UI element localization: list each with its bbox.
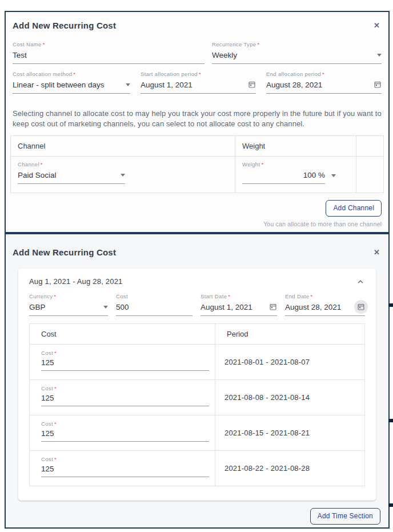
channel-select[interactable]: Paid Social [18,167,125,184]
calendar-icon[interactable] [374,81,382,89]
total-cost-input[interactable]: 500 [116,299,193,316]
recurrence-type-select[interactable]: Weekly [212,47,382,64]
time-section-title: Aug 1, 2021 - Aug 28, 2021 [29,277,123,286]
calendar-icon[interactable] [248,81,256,89]
weight-cell: Weight* 100 % [235,157,356,193]
cost-name-label: Cost Name* [13,41,204,47]
weight-label: Weight* [242,161,349,167]
period-column-header: Period [215,324,364,344]
allocation-method-label: Cost allocation method* [13,71,130,77]
channel-table: Channel Weight Channel* Paid Social Weig… [10,135,384,193]
table-row: Cost* 125 2021-08-08 - 2021-08-14 [30,379,364,415]
channel-cell: Channel* Paid Social [11,157,235,193]
allocate-hint-text: You can allocate to more than one channe… [13,221,382,227]
cost-cell: Cost* 125 [30,345,215,379]
annotation-tick [388,503,393,507]
start-date-field[interactable]: Start Date* August 1, 2021 [200,293,277,316]
cost-label: Cost* [41,421,215,427]
channel-label: Channel* [18,161,228,167]
end-allocation-period-label: End allocation period* [266,71,382,77]
allocation-method-select[interactable]: Linear - split between days [13,77,130,94]
period-cell: 2021-08-15 - 2021-08-21 [215,415,364,450]
add-channel-button[interactable]: Add Channel [326,200,382,217]
calendar-icon[interactable] [354,300,368,314]
row-actions-cell [356,157,383,193]
chevron-down-icon [126,83,130,86]
cost-label: Cost* [41,350,215,356]
close-icon[interactable]: ✕ [372,21,382,30]
total-cost-label: Cost [116,293,193,299]
channel-column-header: Channel [11,136,235,157]
allocation-method-field[interactable]: Cost allocation method* Linear - split b… [13,71,130,94]
currency-select[interactable]: GBP [29,299,108,316]
calendar-icon[interactable] [269,303,277,311]
end-date-label: End Date* [285,293,365,299]
add-time-section-button[interactable]: Add Time Section [310,508,380,525]
total-cost-field[interactable]: Cost 500 [116,293,193,316]
end-allocation-period-input[interactable]: August 28, 2021 [266,77,382,94]
cost-cell: Cost* 125 [30,415,215,450]
cost-label: Cost* [41,385,215,391]
actions-column-header [356,136,383,157]
cost-input[interactable]: 125 [41,427,209,442]
cost-column-header: Cost [30,324,215,344]
cost-name-field[interactable]: Cost Name* Test [13,41,204,64]
close-icon[interactable]: ✕ [372,247,382,257]
recurrence-type-label: Recurrence Type* [212,41,382,47]
chevron-down-icon [377,54,382,57]
cost-input[interactable]: 125 [41,462,209,477]
end-date-field[interactable]: End Date* August 28, 2021 [285,293,365,316]
period-cell: 2021-08-08 - 2021-08-14 [215,380,364,415]
add-recurring-cost-dialog-costs: Add New Recurring Cost ✕ Aug 1, 2021 - A… [5,233,390,529]
annotation-tick [388,303,393,307]
annotation-tick [388,419,393,422]
cost-input[interactable]: 125 [41,356,209,371]
end-allocation-period-field[interactable]: End allocation period* August 28, 2021 [266,71,382,94]
table-row: Cost* 125 2021-08-15 - 2021-08-21 [30,415,364,450]
cost-input[interactable]: 125 [41,391,209,406]
time-section-card: Aug 1, 2021 - Aug 28, 2021 Currency* GBP… [18,269,376,501]
dialog-title: Add New Recurring Cost [13,21,116,30]
add-recurring-cost-dialog: Add New Recurring Cost ✕ Cost Name* Test… [5,11,390,233]
cost-cell: Cost* 125 [30,380,215,415]
channel-allocation-description: Selecting channel to allocate cost to ma… [13,109,382,129]
recurrence-type-field[interactable]: Recurrence Type* Weekly [212,41,382,64]
currency-field[interactable]: Currency* GBP [29,293,108,316]
period-cell: 2021-08-22 - 2021-08-28 [215,451,364,486]
chevron-down-icon[interactable] [331,174,336,177]
cost-label: Cost* [41,456,215,462]
start-allocation-period-field[interactable]: Start allocation period* August 1, 2021 [141,71,256,94]
period-cell: 2021-08-01 - 2021-08-07 [215,345,364,379]
start-allocation-period-input[interactable]: August 1, 2021 [141,77,256,94]
currency-label: Currency* [29,293,108,299]
start-date-label: Start Date* [200,293,277,299]
start-date-input[interactable]: August 1, 2021 [200,299,277,316]
chevron-down-icon [103,306,108,309]
table-row: Cost* 125 2021-08-01 - 2021-08-07 [30,344,364,379]
start-allocation-period-label: Start allocation period* [141,71,256,77]
chevron-down-icon [121,174,125,177]
weight-column-header: Weight [235,136,356,157]
weekly-cost-table: Cost Period Cost* 125 2021-08-01 - 2021-… [29,323,365,486]
cost-cell: Cost* 125 [30,451,215,486]
weight-input[interactable]: 100 % [242,167,325,184]
end-date-input[interactable]: August 28, 2021 [285,299,365,316]
chevron-up-icon[interactable] [356,278,365,285]
dialog-title: Add New Recurring Cost [13,247,116,257]
table-row: Cost* 125 2021-08-22 - 2021-08-28 [30,450,364,486]
cost-name-input[interactable]: Test [13,47,204,64]
